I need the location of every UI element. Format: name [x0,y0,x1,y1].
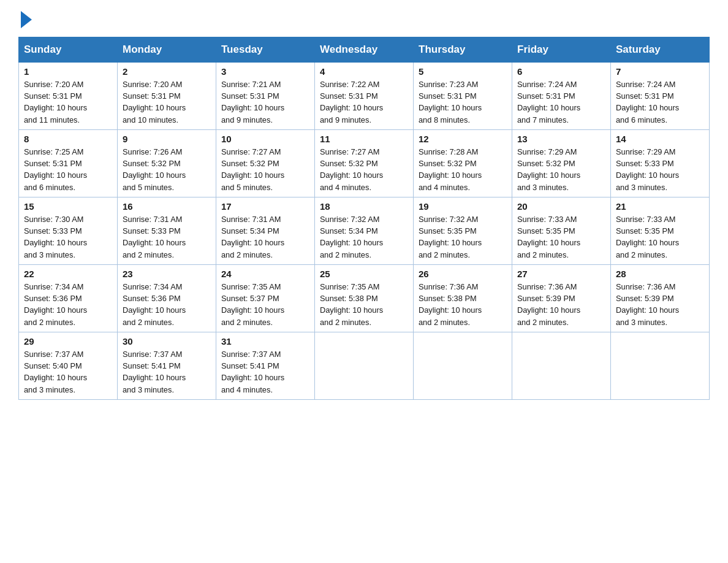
header-tuesday: Tuesday [216,37,315,63]
day-info: Sunrise: 7:27 AMSunset: 5:32 PMDaylight:… [320,147,383,192]
day-info: Sunrise: 7:23 AMSunset: 5:31 PMDaylight:… [419,80,482,124]
calendar-cell: 7 Sunrise: 7:24 AMSunset: 5:31 PMDayligh… [611,63,710,130]
calendar-week-1: 1 Sunrise: 7:20 AMSunset: 5:31 PMDayligh… [19,63,710,130]
day-number: 11 [320,134,408,144]
day-number: 31 [221,336,309,347]
calendar-cell: 25 Sunrise: 7:35 AMSunset: 5:38 PMDaylig… [315,265,414,332]
calendar-cell: 19 Sunrise: 7:32 AMSunset: 5:35 PMDaylig… [414,197,512,265]
day-number: 5 [419,66,507,77]
day-info: Sunrise: 7:33 AMSunset: 5:35 PMDaylight:… [616,215,679,259]
day-info: Sunrise: 7:24 AMSunset: 5:31 PMDaylight:… [517,80,580,124]
day-info: Sunrise: 7:36 AMSunset: 5:39 PMDaylight:… [517,282,580,327]
day-number: 14 [616,134,704,144]
day-info: Sunrise: 7:21 AMSunset: 5:31 PMDaylight:… [221,80,284,124]
day-number: 12 [419,134,507,144]
day-info: Sunrise: 7:26 AMSunset: 5:32 PMDaylight:… [123,147,186,192]
calendar-cell: 3 Sunrise: 7:21 AMSunset: 5:31 PMDayligh… [216,63,315,130]
day-info: Sunrise: 7:35 AMSunset: 5:37 PMDaylight:… [221,282,284,327]
day-info: Sunrise: 7:37 AMSunset: 5:41 PMDaylight:… [221,350,284,394]
page-header [18,12,710,26]
day-number: 20 [517,201,605,212]
day-info: Sunrise: 7:34 AMSunset: 5:36 PMDaylight:… [24,282,87,327]
day-number: 10 [221,134,309,144]
calendar-cell: 8 Sunrise: 7:25 AMSunset: 5:31 PMDayligh… [19,130,118,197]
logo-arrow-icon [21,11,32,28]
day-info: Sunrise: 7:20 AMSunset: 5:31 PMDaylight:… [123,80,186,124]
day-info: Sunrise: 7:31 AMSunset: 5:33 PMDaylight:… [123,215,186,259]
calendar-cell: 16 Sunrise: 7:31 AMSunset: 5:33 PMDaylig… [118,197,216,265]
calendar-cell: 9 Sunrise: 7:26 AMSunset: 5:32 PMDayligh… [118,130,216,197]
calendar-cell: 18 Sunrise: 7:32 AMSunset: 5:34 PMDaylig… [315,197,414,265]
calendar-cell: 17 Sunrise: 7:31 AMSunset: 5:34 PMDaylig… [216,197,315,265]
day-number: 4 [320,66,408,77]
day-number: 21 [616,201,704,212]
calendar-cell [315,332,414,400]
calendar-table: SundayMondayTuesdayWednesdayThursdayFrid… [18,37,710,400]
calendar-cell: 11 Sunrise: 7:27 AMSunset: 5:32 PMDaylig… [315,130,414,197]
calendar-week-4: 22 Sunrise: 7:34 AMSunset: 5:36 PMDaylig… [19,265,710,332]
calendar-cell: 4 Sunrise: 7:22 AMSunset: 5:31 PMDayligh… [315,63,414,130]
day-number: 23 [123,269,211,279]
day-number: 6 [517,66,605,77]
header-saturday: Saturday [611,37,710,63]
day-number: 30 [123,336,211,347]
day-info: Sunrise: 7:29 AMSunset: 5:32 PMDaylight:… [517,147,580,192]
calendar-cell: 24 Sunrise: 7:35 AMSunset: 5:37 PMDaylig… [216,265,315,332]
calendar-cell [414,332,512,400]
calendar-cell [611,332,710,400]
calendar-cell: 2 Sunrise: 7:20 AMSunset: 5:31 PMDayligh… [118,63,216,130]
day-number: 28 [616,269,704,279]
header-sunday: Sunday [19,37,118,63]
day-number: 22 [24,269,112,279]
header-friday: Friday [512,37,611,63]
day-number: 15 [24,201,112,212]
day-info: Sunrise: 7:29 AMSunset: 5:33 PMDaylight:… [616,147,679,192]
day-info: Sunrise: 7:27 AMSunset: 5:32 PMDaylight:… [221,147,284,192]
calendar-cell: 6 Sunrise: 7:24 AMSunset: 5:31 PMDayligh… [512,63,611,130]
calendar-cell [512,332,611,400]
calendar-cell: 21 Sunrise: 7:33 AMSunset: 5:35 PMDaylig… [611,197,710,265]
day-number: 2 [123,66,211,77]
calendar-cell: 13 Sunrise: 7:29 AMSunset: 5:32 PMDaylig… [512,130,611,197]
day-info: Sunrise: 7:24 AMSunset: 5:31 PMDaylight:… [616,80,679,124]
day-info: Sunrise: 7:37 AMSunset: 5:40 PMDaylight:… [24,350,87,394]
day-number: 29 [24,336,112,347]
calendar-cell: 10 Sunrise: 7:27 AMSunset: 5:32 PMDaylig… [216,130,315,197]
day-number: 13 [517,134,605,144]
day-info: Sunrise: 7:28 AMSunset: 5:32 PMDaylight:… [419,147,482,192]
calendar-cell: 27 Sunrise: 7:36 AMSunset: 5:39 PMDaylig… [512,265,611,332]
calendar-cell: 15 Sunrise: 7:30 AMSunset: 5:33 PMDaylig… [19,197,118,265]
calendar-week-3: 15 Sunrise: 7:30 AMSunset: 5:33 PMDaylig… [19,197,710,265]
day-info: Sunrise: 7:31 AMSunset: 5:34 PMDaylight:… [221,215,284,259]
day-info: Sunrise: 7:32 AMSunset: 5:35 PMDaylight:… [419,215,482,259]
calendar-cell: 29 Sunrise: 7:37 AMSunset: 5:40 PMDaylig… [19,332,118,400]
calendar-cell: 22 Sunrise: 7:34 AMSunset: 5:36 PMDaylig… [19,265,118,332]
calendar-cell: 14 Sunrise: 7:29 AMSunset: 5:33 PMDaylig… [611,130,710,197]
calendar-cell: 26 Sunrise: 7:36 AMSunset: 5:38 PMDaylig… [414,265,512,332]
day-info: Sunrise: 7:34 AMSunset: 5:36 PMDaylight:… [123,282,186,327]
day-info: Sunrise: 7:33 AMSunset: 5:35 PMDaylight:… [517,215,580,259]
day-info: Sunrise: 7:25 AMSunset: 5:31 PMDaylight:… [24,147,87,192]
calendar-cell: 28 Sunrise: 7:36 AMSunset: 5:39 PMDaylig… [611,265,710,332]
day-number: 26 [419,269,507,279]
day-info: Sunrise: 7:35 AMSunset: 5:38 PMDaylight:… [320,282,383,327]
day-number: 24 [221,269,309,279]
day-number: 1 [24,66,112,77]
day-number: 19 [419,201,507,212]
day-number: 25 [320,269,408,279]
calendar-header-row: SundayMondayTuesdayWednesdayThursdayFrid… [19,37,710,63]
calendar-cell: 31 Sunrise: 7:37 AMSunset: 5:41 PMDaylig… [216,332,315,400]
calendar-cell: 20 Sunrise: 7:33 AMSunset: 5:35 PMDaylig… [512,197,611,265]
day-number: 16 [123,201,211,212]
calendar-cell: 30 Sunrise: 7:37 AMSunset: 5:41 PMDaylig… [118,332,216,400]
day-info: Sunrise: 7:22 AMSunset: 5:31 PMDaylight:… [320,80,383,124]
calendar-week-5: 29 Sunrise: 7:37 AMSunset: 5:40 PMDaylig… [19,332,710,400]
calendar-cell: 23 Sunrise: 7:34 AMSunset: 5:36 PMDaylig… [118,265,216,332]
calendar-cell: 5 Sunrise: 7:23 AMSunset: 5:31 PMDayligh… [414,63,512,130]
calendar-cell: 1 Sunrise: 7:20 AMSunset: 5:31 PMDayligh… [19,63,118,130]
day-info: Sunrise: 7:36 AMSunset: 5:39 PMDaylight:… [616,282,679,327]
day-info: Sunrise: 7:32 AMSunset: 5:34 PMDaylight:… [320,215,383,259]
day-number: 8 [24,134,112,144]
day-number: 18 [320,201,408,212]
day-info: Sunrise: 7:20 AMSunset: 5:31 PMDaylight:… [24,80,87,124]
